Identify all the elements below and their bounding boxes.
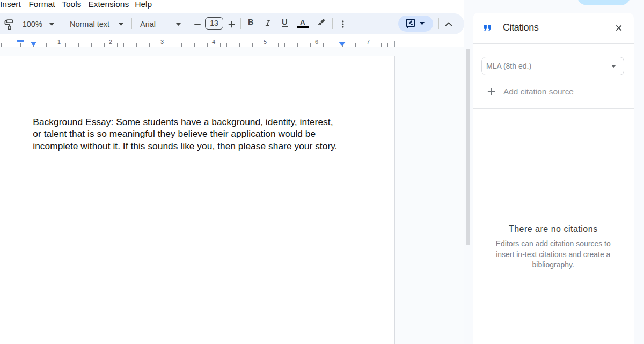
svg-text:5: 5	[264, 39, 267, 45]
svg-text:7: 7	[367, 39, 370, 45]
svg-text:4: 4	[212, 39, 215, 45]
svg-text:6: 6	[315, 39, 318, 45]
svg-text:1: 1	[57, 39, 61, 45]
svg-text:2: 2	[109, 39, 112, 45]
svg-text:3: 3	[160, 39, 164, 45]
